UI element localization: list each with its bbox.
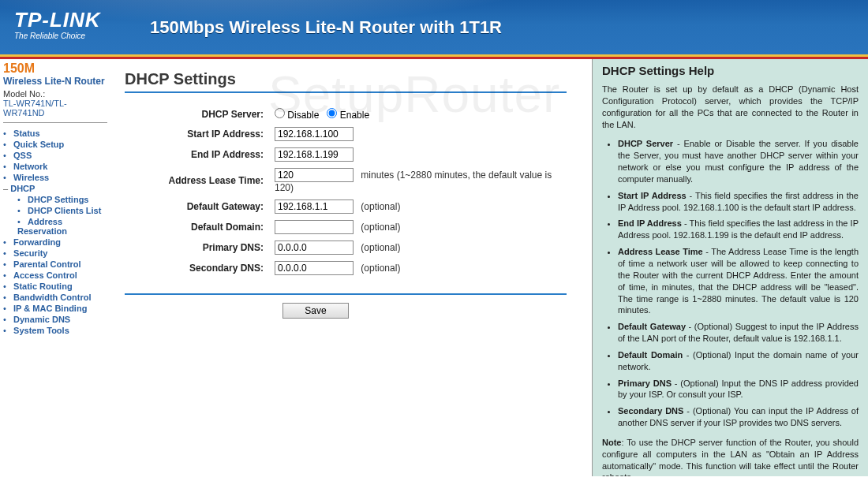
pdns-input[interactable] <box>275 240 354 255</box>
sidebar-item[interactable]: • Status <box>3 128 107 139</box>
bullet-icon: • <box>3 162 11 171</box>
sidebar-menu: • Status• Quick Setup• QSS• Network• Wir… <box>3 128 107 336</box>
sidebar-item[interactable]: • IP & MAC Binding <box>3 303 107 314</box>
sidebar-subitem[interactable]: • DHCP Clients List <box>3 205 107 216</box>
sidebar-link[interactable]: QSS <box>13 151 32 160</box>
brand-name: TP-LINK <box>14 9 101 30</box>
help-item: Default Gateway - (Optional) Suggest to … <box>618 321 859 345</box>
brand-tagline: The Reliable Choice <box>14 32 101 40</box>
current-arrow-icon: – <box>3 184 10 193</box>
help-term: Primary DNS <box>618 378 672 388</box>
sidebar-item[interactable]: • Wireless <box>3 172 107 183</box>
radio-enable-wrap[interactable]: Enable <box>327 110 369 121</box>
sidebar-model-subtitle: Wireless Lite-N Router <box>3 76 107 87</box>
sidebar-item[interactable]: • QSS <box>3 150 107 161</box>
label-pdns: Primary DNS: <box>126 238 268 257</box>
sidebar-link[interactable]: Wireless <box>13 173 49 182</box>
bullet-icon: • <box>3 326 11 335</box>
sidebar-sublink[interactable]: Address Reservation <box>17 217 67 236</box>
label-gateway: Default Gateway: <box>126 197 268 216</box>
label-domain: Default Domain: <box>126 218 268 237</box>
help-note-label: Note <box>602 438 621 447</box>
sidebar-link[interactable]: DHCP <box>10 184 35 193</box>
radio-disable-wrap[interactable]: Disable <box>275 110 322 121</box>
help-term: Start IP Address <box>618 191 687 200</box>
help-item: Primary DNS - (Optional) Input the DNS I… <box>618 378 859 401</box>
bullet-icon: • <box>3 282 11 291</box>
bullet-icon: • <box>3 237 11 247</box>
save-button[interactable]: Save <box>282 303 349 319</box>
model-label: Model No.: <box>3 89 107 99</box>
sidebar-link[interactable]: Access Control <box>13 270 77 280</box>
end-ip-input[interactable] <box>275 147 354 162</box>
bullet-icon: • <box>17 195 25 204</box>
sidebar: 150M Wireless Lite-N Router Model No.: T… <box>0 58 110 476</box>
settings-form: DHCP Server: Disable Enable Start IP Add… <box>125 104 578 279</box>
bullet-icon: • <box>3 259 11 269</box>
bullet-icon: • <box>3 315 11 324</box>
sidebar-item[interactable]: • Security <box>3 248 107 259</box>
lease-input[interactable] <box>275 168 354 182</box>
sidebar-link[interactable]: Dynamic DNS <box>13 315 70 324</box>
sidebar-link[interactable]: IP & MAC Binding <box>13 304 87 313</box>
help-item: Address Lease Time - The Address Lease T… <box>618 246 859 316</box>
radio-enable[interactable] <box>327 108 337 118</box>
sidebar-item[interactable]: • Network <box>3 161 107 172</box>
sidebar-model-title: 150M <box>3 62 107 75</box>
rule-top <box>125 91 567 93</box>
sidebar-link[interactable]: Status <box>13 129 40 138</box>
sidebar-item[interactable]: • Static Routing <box>3 281 107 292</box>
sidebar-subitem[interactable]: • Address Reservation <box>3 216 107 237</box>
help-item: Secondary DNS - (Optional) You can input… <box>618 405 859 429</box>
sidebar-subitem[interactable]: • DHCP Settings <box>3 194 107 205</box>
label-start-ip: Start IP Address: <box>126 125 268 144</box>
bullet-icon: • <box>3 270 11 280</box>
bullet-icon: • <box>3 151 11 160</box>
help-item: Default Domain - (Optional) Input the do… <box>618 349 859 373</box>
sidebar-item[interactable]: • Bandwidth Control <box>3 292 107 303</box>
sidebar-link[interactable]: Static Routing <box>13 282 73 291</box>
domain-optional: (optional) <box>356 222 400 233</box>
page-title: DHCP Settings <box>125 70 578 88</box>
sidebar-item[interactable]: • Parental Control <box>3 259 107 270</box>
sdns-input[interactable] <box>275 261 354 275</box>
sidebar-item[interactable]: – DHCP <box>3 183 107 194</box>
radio-enable-label: Enable <box>340 110 369 121</box>
main-panel: SetupRouter DHCP Settings DHCP Server: D… <box>110 58 592 476</box>
sdns-optional: (optional) <box>356 263 400 274</box>
sidebar-link[interactable]: Security <box>13 248 47 258</box>
gateway-input[interactable] <box>275 199 354 214</box>
sidebar-link[interactable]: System Tools <box>13 326 69 335</box>
label-dhcp-server: DHCP Server: <box>126 106 268 123</box>
banner-title: 150Mbps Wireless Lite-N Router with 1T1R <box>150 17 502 38</box>
pdns-optional: (optional) <box>356 242 400 253</box>
bullet-icon: • <box>17 206 25 215</box>
label-sdns: Secondary DNS: <box>126 259 268 278</box>
sidebar-link[interactable]: Quick Setup <box>13 140 64 149</box>
sidebar-divider <box>3 122 107 123</box>
help-item: DHCP Server - Enable or Disable the serv… <box>618 138 859 185</box>
sidebar-link[interactable]: Forwarding <box>13 237 61 247</box>
sidebar-item[interactable]: • Dynamic DNS <box>3 314 107 325</box>
start-ip-input[interactable] <box>275 127 354 141</box>
sidebar-item[interactable]: • Access Control <box>3 270 107 281</box>
sidebar-sublink[interactable]: DHCP Clients List <box>28 206 101 215</box>
bullet-icon: • <box>17 217 25 226</box>
sidebar-item[interactable]: • System Tools <box>3 325 107 336</box>
domain-input[interactable] <box>275 220 354 234</box>
radio-disable[interactable] <box>275 108 285 118</box>
help-note: Note: To use the DHCP server function of… <box>602 437 859 476</box>
bullet-icon: • <box>3 140 11 149</box>
sidebar-item[interactable]: • Forwarding <box>3 237 107 248</box>
sidebar-link[interactable]: Parental Control <box>13 259 81 269</box>
sidebar-item[interactable]: • Quick Setup <box>3 139 107 150</box>
radio-disable-label: Disable <box>287 110 319 121</box>
bullet-icon: • <box>3 293 11 302</box>
sidebar-sublink[interactable]: DHCP Settings <box>28 195 88 204</box>
help-term: Default Gateway <box>618 322 686 331</box>
sidebar-link[interactable]: Network <box>13 162 47 171</box>
help-title: DHCP Settings Help <box>602 64 859 77</box>
help-term: Default Domain <box>618 350 683 360</box>
bullet-icon: • <box>3 173 11 182</box>
sidebar-link[interactable]: Bandwidth Control <box>13 293 91 302</box>
